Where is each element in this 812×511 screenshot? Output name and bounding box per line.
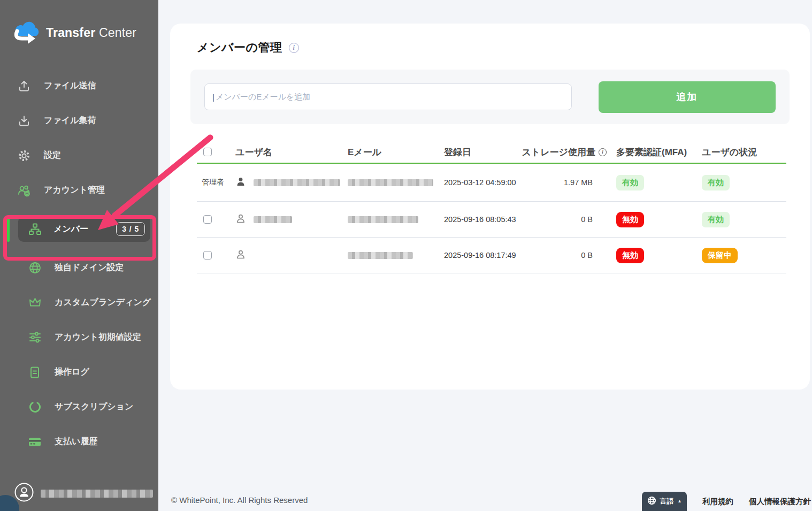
sidebar-user-account[interactable] <box>14 482 153 505</box>
row-checkbox[interactable] <box>203 251 212 260</box>
sidebar-item-file-collect[interactable]: ファイル集荷 <box>0 103 158 138</box>
col-registered: 登録日 <box>444 146 519 158</box>
org-chart-icon <box>28 222 42 236</box>
language-button[interactable]: 言語 ▲ <box>642 492 687 511</box>
app-title: Transfer Center <box>46 26 136 40</box>
sidebar-item-file-send[interactable]: ファイル送信 <box>0 68 158 103</box>
active-indicator-bar <box>7 216 10 242</box>
storage-used: 1.97 MB <box>519 178 609 187</box>
sidebar-item-label: 操作ログ <box>55 367 89 378</box>
username-redacted <box>254 179 340 186</box>
sidebar-item-operation-log[interactable]: 操作ログ <box>0 355 158 390</box>
upload-icon <box>17 79 31 93</box>
sliders-icon <box>28 331 42 345</box>
circle-progress-icon <box>28 400 42 414</box>
status-badge: 有効 <box>702 175 730 190</box>
mfa-badge: 無効 <box>616 212 644 227</box>
page-title: メンバーの管理 <box>197 40 282 56</box>
sidebar-item-label: ファイル送信 <box>44 80 96 91</box>
user-outline-icon <box>235 213 246 226</box>
mfa-badge: 無効 <box>616 248 644 263</box>
sidebar-item-account-defaults[interactable]: アカウント初期値設定 <box>0 320 158 355</box>
user-email-redacted <box>41 490 153 498</box>
username-redacted <box>254 216 292 223</box>
registered-date: 2025-09-16 08:05:43 <box>444 215 519 224</box>
sidebar-item-custom-domain[interactable]: 独自ドメイン設定 <box>0 250 158 285</box>
add-member-button[interactable]: 追加 <box>599 81 776 113</box>
privacy-link[interactable]: 個人情報保護方針 <box>749 497 811 507</box>
email-redacted <box>348 252 413 259</box>
status-badge: 保留中 <box>702 248 738 263</box>
member-count-badge: 3 / 5 <box>116 222 145 236</box>
terms-link[interactable]: 利用規約 <box>702 497 733 507</box>
sidebar-active-row: メンバー 3 / 5 <box>0 208 158 250</box>
copyright-text: © WhitePoint, Inc. All Rights Reserved <box>171 495 308 505</box>
sidebar-item-label: メンバー <box>53 224 88 235</box>
status-badge: 有効 <box>702 212 730 227</box>
storage-used: 0 B <box>519 215 609 224</box>
sidebar-item-payment-history[interactable]: 支払い履歴 <box>0 424 158 459</box>
select-all-checkbox[interactable] <box>203 148 212 156</box>
registered-date: 2025-09-16 08:17:49 <box>444 251 519 260</box>
sidebar-item-label: 独自ドメイン設定 <box>55 262 124 273</box>
col-status: ユーザの状況 <box>694 146 786 158</box>
download-icon <box>17 114 31 128</box>
members-table: ユーザ名 Eメール 登録日 ストレージ使用量 多要素認証(MFA) ユーザの状況… <box>197 141 786 273</box>
sidebar-item-label: アカウント初期値設定 <box>55 332 141 343</box>
document-icon <box>28 365 42 379</box>
sidebar-item-label: 支払い履歴 <box>55 436 97 447</box>
table-row: 2025-09-16 08:05:43 0 B 無効 有効 <box>197 202 786 238</box>
table-row-admin: 管理者 2025-03-12 04:59:00 1.97 MB 有効 有効 <box>197 164 786 202</box>
table-row: 2025-09-16 08:17:49 0 B 無効 保留中 <box>197 238 786 273</box>
admin-role-label: 管理者 <box>197 178 230 187</box>
sidebar-nav: ファイル送信 ファイル集荷 設定 <box>0 68 158 459</box>
registered-date: 2025-03-12 04:59:00 <box>444 178 519 187</box>
sidebar: Transfer Center ファイル送信 ファイル集荷 <box>0 0 158 511</box>
crown-icon <box>28 296 42 310</box>
mfa-badge: 有効 <box>616 175 644 190</box>
sidebar-item-custom-branding[interactable]: カスタムブランディング <box>0 285 158 320</box>
col-mfa: 多要素認証(MFA) <box>609 146 694 158</box>
email-redacted <box>348 216 418 223</box>
sidebar-item-subscription[interactable]: サブスクリプション <box>0 390 158 424</box>
sidebar-item-label: カスタムブランディング <box>55 297 151 308</box>
globe-icon <box>28 261 42 275</box>
users-gear-icon <box>17 184 31 197</box>
col-username: ユーザ名 <box>230 146 342 158</box>
member-email-input[interactable]: メンバーのEメールを追加 <box>204 83 572 110</box>
title-info-icon[interactable] <box>289 43 299 53</box>
language-label: 言語 <box>660 497 674 506</box>
caret-up-icon: ▲ <box>678 499 682 504</box>
add-member-panel: メンバーのEメールを追加 追加 <box>190 70 790 124</box>
email-redacted <box>348 179 433 186</box>
storage-used: 0 B <box>519 251 609 260</box>
col-email: Eメール <box>342 146 444 158</box>
credit-card-icon <box>28 435 42 449</box>
cloud-transfer-logo-icon <box>13 19 41 46</box>
sidebar-item-label: アカウント管理 <box>44 185 105 196</box>
col-storage: ストレージ使用量 <box>519 146 609 158</box>
sidebar-item-label: サブスクリプション <box>55 401 133 413</box>
sidebar-item-label: ファイル集荷 <box>44 115 96 126</box>
member-management-card: メンバーの管理 メンバーのEメールを追加 追加 ユーザ名 Eメール 登録日 スト… <box>170 24 810 390</box>
user-filled-icon <box>235 177 246 189</box>
app-logo[interactable]: Transfer Center <box>0 0 158 46</box>
gear-icon <box>17 149 31 163</box>
globe-icon <box>647 496 656 507</box>
row-checkbox[interactable] <box>203 215 212 224</box>
sidebar-item-settings[interactable]: 設定 <box>0 138 158 173</box>
sidebar-item-account-management[interactable]: アカウント管理 <box>0 173 158 208</box>
sidebar-item-members[interactable]: メンバー 3 / 5 <box>18 216 150 242</box>
user-outline-icon <box>235 249 246 262</box>
sidebar-item-label: 設定 <box>44 150 61 161</box>
main-content: メンバーの管理 メンバーのEメールを追加 追加 ユーザ名 Eメール 登録日 スト… <box>158 0 812 511</box>
table-header-row: ユーザ名 Eメール 登録日 ストレージ使用量 多要素認証(MFA) ユーザの状況 <box>197 141 786 164</box>
storage-info-icon[interactable] <box>599 148 607 156</box>
input-placeholder: メンバーのEメールを追加 <box>216 92 310 102</box>
